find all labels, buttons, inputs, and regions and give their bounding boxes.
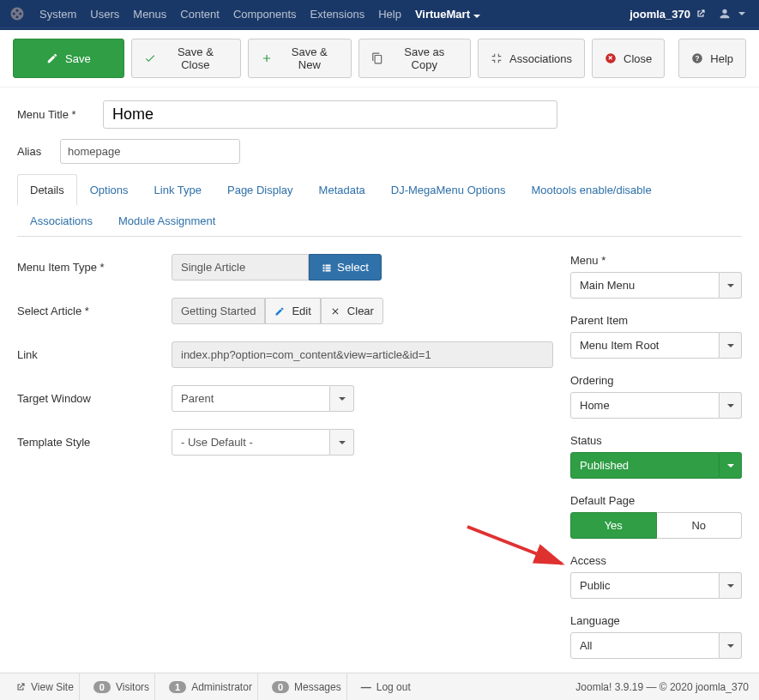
ordering-label: Ordering xyxy=(570,374,742,387)
save-label: Save xyxy=(65,52,91,65)
messages-link[interactable]: 0 Messages xyxy=(267,673,347,700)
admin-link[interactable]: 1 Administrator xyxy=(164,673,258,700)
external-link-icon xyxy=(696,9,706,19)
brand-link[interactable]: joomla_370 xyxy=(623,8,713,21)
save-copy-button[interactable]: Save as Copy xyxy=(358,39,471,78)
target-label: Target Window xyxy=(17,392,172,405)
menu-title-input[interactable] xyxy=(103,100,557,129)
access-label: Access xyxy=(570,554,742,567)
chevron-down-icon xyxy=(727,644,734,648)
visitors-label: Visitors xyxy=(116,681,149,693)
close-button[interactable]: Close xyxy=(592,39,665,78)
tab-page-display[interactable]: Page Display xyxy=(214,174,306,206)
chevron-down-icon xyxy=(727,344,734,347)
chevron-down-icon xyxy=(339,397,346,401)
parent-dropdown-button[interactable] xyxy=(720,332,742,359)
topmenu-users[interactable]: Users xyxy=(83,8,126,21)
pencil-icon xyxy=(274,306,285,317)
default-no-button[interactable]: No xyxy=(657,512,743,539)
chevron-down-icon xyxy=(727,584,734,588)
template-dropdown-button[interactable] xyxy=(330,429,354,456)
logout-label: Log out xyxy=(376,681,411,693)
contract-icon xyxy=(491,52,503,64)
topmenu-extensions[interactable]: Extensions xyxy=(304,8,372,21)
chevron-down-icon[interactable] xyxy=(738,12,745,15)
logout-link[interactable]: — Log out xyxy=(356,673,416,700)
svg-text:?: ? xyxy=(696,55,700,63)
help-button[interactable]: ? Help xyxy=(678,39,746,78)
topmenu-menus[interactable]: Menus xyxy=(126,8,173,21)
item-type-value: Single Article xyxy=(172,254,309,281)
access-dropdown-button[interactable] xyxy=(720,572,742,599)
times-icon xyxy=(330,306,340,317)
clear-article-button[interactable]: Clear xyxy=(321,298,383,324)
question-icon: ? xyxy=(691,52,703,64)
menu-select[interactable]: Main Menu xyxy=(570,272,720,299)
edit-article-button[interactable]: Edit xyxy=(265,298,320,324)
menu-title-label: Menu Title * xyxy=(17,108,103,121)
tab-djmegamenu[interactable]: DJ-MegaMenu Options xyxy=(378,174,519,206)
edit-label: Edit xyxy=(292,305,310,317)
plus-icon xyxy=(261,52,273,64)
access-select[interactable]: Public xyxy=(570,572,720,599)
ordering-select[interactable]: Home xyxy=(570,392,720,419)
template-select[interactable]: - Use Default - xyxy=(172,429,330,456)
tab-mootools[interactable]: Mootools enable/disable xyxy=(518,174,664,206)
template-label: Template Style xyxy=(17,436,172,449)
alias-label: Alias xyxy=(17,145,60,158)
chevron-down-icon xyxy=(727,464,734,468)
topmenu-system[interactable]: System xyxy=(33,8,83,21)
list-icon xyxy=(322,262,332,273)
link-input: index.php?option=com_content&view=articl… xyxy=(172,341,553,368)
clear-label: Clear xyxy=(347,305,374,317)
tab-options[interactable]: Options xyxy=(77,174,142,206)
tab-associations[interactable]: Associations xyxy=(17,205,105,237)
topmenu-virtuemart[interactable]: VirtueMart xyxy=(408,8,487,21)
target-dropdown-button[interactable] xyxy=(330,385,354,412)
menu-side-label: Menu * xyxy=(570,254,742,267)
save-close-label: Save & Close xyxy=(163,45,228,71)
item-type-label: Menu Item Type * xyxy=(17,261,172,274)
user-icon[interactable] xyxy=(718,7,732,21)
language-dropdown-button[interactable] xyxy=(720,632,742,659)
topmenu-content[interactable]: Content xyxy=(173,8,226,21)
parent-select[interactable]: Menu Item Root xyxy=(570,332,720,359)
topmenu-help[interactable]: Help xyxy=(371,8,408,21)
associations-button[interactable]: Associations xyxy=(478,39,585,78)
chevron-down-icon xyxy=(339,441,346,444)
view-site-label: View Site xyxy=(31,681,74,693)
associations-label: Associations xyxy=(509,52,572,65)
ordering-dropdown-button[interactable] xyxy=(720,392,742,419)
status-dropdown-button[interactable] xyxy=(720,452,742,479)
status-select[interactable]: Published xyxy=(570,452,720,479)
default-yes-button[interactable]: Yes xyxy=(570,512,657,539)
messages-label: Messages xyxy=(294,681,341,693)
alias-input[interactable] xyxy=(60,139,240,164)
close-label: Close xyxy=(623,52,652,65)
admin-label: Administrator xyxy=(191,681,252,693)
chevron-down-icon xyxy=(473,15,480,18)
tab-link-type[interactable]: Link Type xyxy=(142,174,214,206)
save-copy-label: Save as Copy xyxy=(390,45,458,71)
save-button[interactable]: Save xyxy=(13,39,124,78)
tab-module-assignment[interactable]: Module Assignment xyxy=(105,205,228,237)
tab-details[interactable]: Details xyxy=(17,174,77,206)
admin-badge: 1 xyxy=(169,681,186,693)
language-select[interactable]: All xyxy=(570,632,720,659)
apply-icon xyxy=(46,52,58,64)
save-new-button[interactable]: Save & New xyxy=(248,39,352,78)
default-page-label: Default Page xyxy=(570,494,742,507)
select-type-label: Select xyxy=(337,261,369,274)
target-select[interactable]: Parent xyxy=(172,385,330,412)
save-close-button[interactable]: Save & Close xyxy=(131,39,241,78)
topmenu-components[interactable]: Components xyxy=(226,8,304,21)
messages-badge: 0 xyxy=(272,681,289,693)
tab-metadata[interactable]: Metadata xyxy=(306,174,378,206)
save-new-label: Save & New xyxy=(280,45,339,71)
view-site-link[interactable]: View Site xyxy=(10,673,80,700)
select-type-button[interactable]: Select xyxy=(309,254,382,281)
menu-dropdown-button[interactable] xyxy=(720,272,742,299)
visitors-link[interactable]: 0 Visitors xyxy=(88,673,155,700)
external-link-icon xyxy=(15,682,26,692)
language-label: Language xyxy=(570,614,742,627)
